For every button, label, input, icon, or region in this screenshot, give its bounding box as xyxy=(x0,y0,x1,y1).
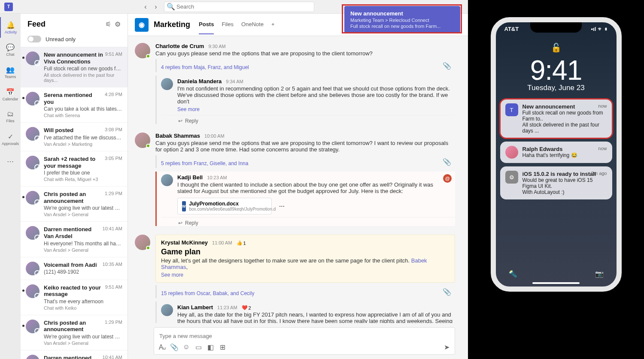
feed-item-title: Voicemail from Aadi xyxy=(44,262,97,268)
replies-link[interactable]: 15 replies from Oscar, Babak, and Cecily xyxy=(161,290,254,296)
feed-item[interactable]: Keiko reacted to your message9:51 AMThat… xyxy=(21,280,128,315)
avatar[interactable] xyxy=(161,304,173,316)
badge-icon xyxy=(34,235,40,241)
avatar[interactable] xyxy=(161,174,173,186)
send-button[interactable]: ➤ xyxy=(444,344,450,350)
gif-icon[interactable]: ▭ xyxy=(195,344,201,350)
reply-text: I thought the client wanted to include a… xyxy=(177,181,443,194)
avatar[interactable] xyxy=(135,235,150,250)
badge-icon xyxy=(34,270,40,276)
reaction-thumbsup[interactable]: 👍 1 xyxy=(237,240,246,246)
forward-button[interactable]: › xyxy=(152,3,160,11)
presence-icon xyxy=(146,144,150,148)
attachment-icon[interactable]: 📎 xyxy=(444,63,450,69)
message-thread: Babak Shammas10:00 AM Can you guys pleas… xyxy=(135,133,455,226)
feed-item[interactable]: Chris posted an announcement1:29 PMWe're… xyxy=(21,187,128,222)
rail-calendar[interactable]: 📅Calendar xyxy=(0,84,21,105)
feed-item[interactable]: Darren mentioned Van Arsdel10:41 AMHi ev… xyxy=(21,222,128,257)
status-icons: •ıl ᯤ ▮ xyxy=(591,26,608,32)
notif-time: now xyxy=(598,103,607,109)
more-compose-icon[interactable]: ⊞ xyxy=(219,344,225,350)
feed-list[interactable]: New announcement in Viva Connections9:51… xyxy=(21,47,128,359)
see-more-link[interactable]: See more xyxy=(161,272,450,278)
rail-teams[interactable]: 👥Teams xyxy=(0,62,21,82)
feed-item[interactable]: Chris posted an announcement1:29 PMWe're… xyxy=(21,315,128,350)
toast-notification[interactable]: New announcement Marketing Team > Relecl… xyxy=(344,6,460,33)
rail-more[interactable]: ⋯ xyxy=(0,151,21,172)
replies-link[interactable]: 5 replies from Franz, Giselle, and Inna xyxy=(161,160,248,166)
add-tab-button[interactable]: + xyxy=(271,15,275,34)
rail-approvals[interactable]: ✓Approvals xyxy=(0,129,21,149)
feed-item-sub: Van Arsdel > General xyxy=(44,247,122,253)
feed-item[interactable]: New announcement in Viva Connections9:51… xyxy=(21,47,128,87)
channel-icon: ◉ xyxy=(135,18,149,32)
message-time: 9:30 AM xyxy=(208,44,225,49)
emoji-icon[interactable]: ☺ xyxy=(183,344,189,350)
feed-item[interactable]: Will posted3:08 PMI've attached the file… xyxy=(21,123,128,151)
notification-system[interactable]: ⚙ iOS 15.0.2 is ready to install Would b… xyxy=(500,166,612,199)
reply-button[interactable]: ↩Reply xyxy=(161,217,455,226)
search-icon: 🔍 xyxy=(168,4,174,10)
avatar[interactable] xyxy=(135,133,150,148)
phone-lockscreen: AT&T •ıl ᯤ ▮ 🔓 9:41 Tuesday, June 23 T N… xyxy=(491,17,622,292)
presence-icon xyxy=(146,246,150,250)
notification-message[interactable]: Ralph Edwards Haha that's terrifying 😂 n… xyxy=(500,142,612,163)
feed-item[interactable]: Serena mentioned you4:28 PMCan you take … xyxy=(21,87,128,123)
tab-files[interactable]: Files xyxy=(222,15,233,34)
file-name: JulyPromotion.docx xyxy=(189,201,276,207)
attach-icon[interactable]: 📎 xyxy=(171,344,177,350)
feed-item-sub: Chat with Serena xyxy=(44,113,122,118)
feed-item[interactable]: Sarah +2 reacted to your message3:05 PMI… xyxy=(21,151,128,187)
notification-teams[interactable]: T New announcement Full stock recall on … xyxy=(500,99,612,138)
rail-chat[interactable]: 💬Chat xyxy=(0,39,21,60)
reply-button[interactable]: ↩Reply xyxy=(161,115,455,124)
notif-title: New announcement xyxy=(522,103,607,110)
notif-text: With AutoLayout :) xyxy=(522,189,607,195)
compose-box[interactable]: Aᵤ 📎 ☺ ▭ ◧ ⊞ ➤ xyxy=(154,327,455,355)
flashlight-icon[interactable]: 🔦 xyxy=(509,270,517,278)
avatar xyxy=(26,92,39,106)
filter-icon[interactable]: ⚟ xyxy=(105,21,111,27)
reply-author: Kian Lambert xyxy=(177,304,213,311)
camera-icon[interactable]: 📷 xyxy=(595,270,604,278)
reply-time: 9:34 AM xyxy=(226,79,243,84)
attachment-icon[interactable]: 📎 xyxy=(444,289,450,295)
rail-files[interactable]: 🗂Files xyxy=(0,106,21,127)
avatar[interactable] xyxy=(161,78,173,90)
gear-icon[interactable]: ⚙ xyxy=(115,21,121,27)
search-input[interactable] xyxy=(176,3,310,10)
back-button[interactable]: ‹ xyxy=(142,3,149,11)
home-indicator[interactable] xyxy=(532,282,580,284)
badge-icon xyxy=(34,328,40,334)
badge-icon xyxy=(34,60,40,66)
file-attachment[interactable]: W JulyPromotion.docxbox.com/s/w9eo6eua89… xyxy=(177,198,272,214)
feed-item-sub: Van Arsdel > General xyxy=(44,341,122,346)
toast-body: Full stock recall on new goods from Farm… xyxy=(350,24,454,29)
reply-text: Hey all, as the date for the big FY 2017… xyxy=(177,311,455,323)
attachment-icon[interactable]: 📎 xyxy=(444,159,450,165)
format-icon[interactable]: Aᵤ xyxy=(159,344,165,350)
sticker-icon[interactable]: ◧ xyxy=(207,344,213,350)
feed-item[interactable]: Darren mentioned Van Arsdel10:41 AMHi ev… xyxy=(21,350,128,359)
feed-item[interactable]: Voicemail from Aadi10:35 AM(121) 489-190… xyxy=(21,257,128,280)
more-icon: ⋯ xyxy=(7,157,14,166)
rail-activity[interactable]: 🔔Activity xyxy=(0,17,21,38)
compose-input[interactable] xyxy=(159,333,450,339)
unread-label: Unread only xyxy=(46,36,76,42)
feed-item-title: Chris posted an announcement xyxy=(44,191,103,204)
unread-toggle[interactable] xyxy=(27,36,41,42)
tab-posts[interactable]: Posts xyxy=(199,15,214,34)
see-more-link[interactable]: See more xyxy=(177,106,455,112)
message-thread: Krystal McKinney11:00 AM👍 1 Game plan He… xyxy=(135,235,455,323)
avatar[interactable] xyxy=(135,43,150,58)
reaction-heart[interactable]: ❤️ 2 xyxy=(242,305,251,311)
avatar xyxy=(26,191,39,205)
avatar xyxy=(26,127,39,141)
badge-icon xyxy=(34,100,40,106)
messages-area[interactable]: Charlotte de Crum9:30 AM Can you guys pl… xyxy=(128,36,468,323)
message-author: Babak Shammas xyxy=(155,133,200,139)
file-more-icon[interactable]: ⋯ xyxy=(279,203,285,209)
search-box[interactable]: 🔍 xyxy=(164,2,314,12)
tab-onenote[interactable]: OneNote xyxy=(241,15,264,34)
replies-link[interactable]: 4 replies from Maja, Franz, and Miguel xyxy=(161,64,249,70)
